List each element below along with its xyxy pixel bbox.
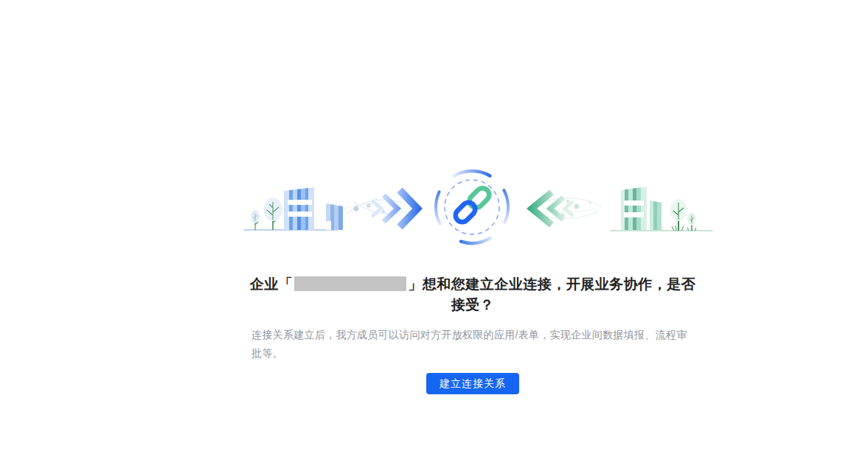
blue-annex-tower <box>326 202 343 231</box>
big-tree-icon <box>264 198 282 230</box>
small-tree-icon <box>687 213 696 231</box>
green-main-tower <box>621 185 647 231</box>
blue-main-tower <box>284 186 314 231</box>
arc-bottom <box>461 238 490 243</box>
invite-description: 连接关系建立后，我方成员可以访问对方开放权限的应用/表单，实现企业间数据填报、流… <box>251 326 694 363</box>
big-tree-icon <box>670 199 687 231</box>
connection-invite-panel: 企业「」想和您建立企业连接，开展业务协作，是否接受？ 连接关系建立后，我方成员可… <box>229 168 716 394</box>
connection-link-icon <box>436 171 508 243</box>
arc-top <box>454 171 490 176</box>
data-flow-left-arrow-icon <box>532 192 602 225</box>
establish-connection-button[interactable]: 建立连接关系 <box>426 373 519 394</box>
right-company-buildings-icon <box>611 185 712 231</box>
connection-illustration <box>229 168 716 249</box>
invite-heading: 企业「」想和您建立企业连接，开展业务协作，是否接受？ <box>247 274 698 315</box>
window-band <box>288 212 312 217</box>
arc-left <box>436 192 440 224</box>
window-band <box>288 200 312 205</box>
invite-heading-suffix: 」想和您建立企业连接，开展业务协作，是否接受？ <box>408 276 695 312</box>
window-band <box>624 200 644 206</box>
invite-heading-prefix: 企业「 <box>250 276 294 292</box>
data-flow-right-arrow-icon <box>344 190 417 227</box>
small-tree-icon <box>251 211 260 231</box>
arc-right <box>504 190 508 223</box>
window-band <box>624 212 644 217</box>
green-annex-tower <box>650 199 662 231</box>
company-name-redacted <box>294 276 406 291</box>
left-company-buildings-icon <box>244 186 343 231</box>
